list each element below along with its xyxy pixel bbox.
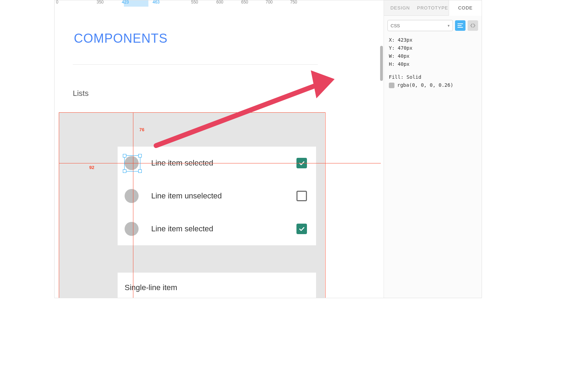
avatar-circle[interactable] — [125, 222, 139, 236]
list-item-label: Line item selected — [151, 224, 296, 233]
smart-guide-vertical — [133, 112, 133, 298]
page-title: COMPONENTS — [74, 31, 168, 46]
single-line-label: Single-line item — [125, 283, 177, 292]
ruler-tick-700: 700 — [266, 0, 273, 5]
list-item[interactable]: Line item unselected — [118, 180, 316, 212]
smart-guide-horizontal — [59, 163, 381, 163]
gap-label-left: 92 — [89, 165, 94, 170]
title-divider — [73, 64, 318, 65]
ruler-tick-750: 750 — [290, 0, 297, 5]
section-header: Lists — [73, 89, 89, 98]
checkbox-unchecked-icon[interactable] — [296, 191, 307, 201]
ruler-tick-600: 600 — [216, 0, 223, 5]
scrollbar-thumb[interactable] — [380, 46, 383, 81]
ruler-tick-650: 650 — [241, 0, 248, 5]
fill-swatch[interactable] — [389, 83, 394, 88]
tab-code[interactable]: CODE — [449, 0, 482, 16]
code-properties: X: 423px Y: 470px W: 40px H: 40px Fill: … — [384, 31, 482, 90]
avatar-circle[interactable] — [125, 189, 139, 203]
inspector-tabs: DESIGN PROTOTYPE CODE — [384, 0, 482, 16]
list-item-label: Line item unselected — [151, 191, 296, 201]
horizontal-ruler: 0 350 423 463 550 600 650 700 750 — [55, 0, 384, 7]
inspector-panel: DESIGN PROTOTYPE CODE CSS ▾ X: 423px Y: … — [384, 0, 482, 298]
chevron-down-icon: ▾ — [448, 23, 450, 28]
code-format-select[interactable]: CSS ▾ — [387, 20, 453, 31]
ruler-sel-to: 463 — [153, 0, 160, 5]
tab-design[interactable]: DESIGN — [384, 0, 416, 15]
property-y: Y: 470px — [389, 44, 477, 52]
ruler-tick-350: 350 — [97, 0, 104, 5]
property-w: W: 40px — [389, 52, 477, 60]
code-view-list-button[interactable] — [455, 20, 465, 31]
app-frame: 0 350 423 463 550 600 650 700 750 COMPON… — [54, 0, 482, 298]
property-fill-value: rgba(0, 0, 0, 0.26) — [397, 81, 453, 89]
ruler-tick-0: 0 — [56, 0, 58, 5]
single-line-card[interactable]: Single-line item — [118, 273, 316, 298]
code-view-code-button[interactable] — [468, 20, 478, 31]
design-canvas[interactable]: COMPONENTS Lists 76 92 Line item selecte… — [55, 7, 384, 298]
property-h: H: 40px — [389, 60, 477, 68]
gap-label-top: 76 — [139, 127, 144, 132]
list-item[interactable]: Line item selected — [118, 212, 316, 245]
property-x: X: 423px — [389, 36, 477, 44]
list-card: Line item selected Line item unselected … — [118, 147, 316, 245]
ruler-tick-550: 550 — [191, 0, 198, 5]
ruler-sel-from: 423 — [122, 0, 129, 5]
property-fill-type: Fill: Solid — [389, 73, 477, 81]
code-format-value: CSS — [391, 23, 400, 28]
tab-prototype[interactable]: PROTOTYPE — [416, 0, 449, 15]
checkbox-checked-icon[interactable] — [296, 224, 307, 234]
